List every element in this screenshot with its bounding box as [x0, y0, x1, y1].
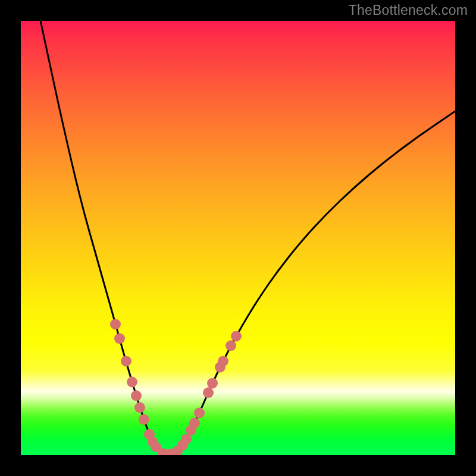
chart-stage: TheBottleneck.com: [0, 0, 476, 476]
watermark-text: TheBottleneck.com: [349, 2, 468, 18]
plot-area: [21, 21, 455, 455]
